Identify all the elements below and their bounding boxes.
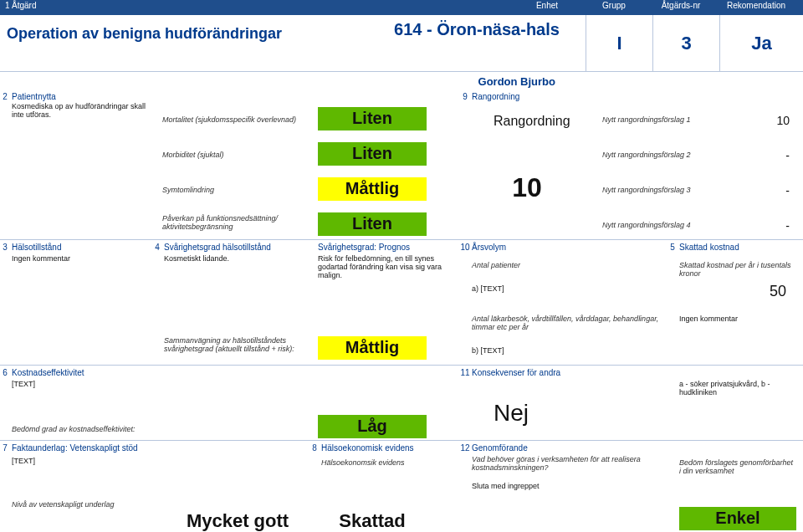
sec6-desc: [TEXT] xyxy=(12,380,35,388)
group-box: I xyxy=(586,15,652,71)
sk-val: 50 xyxy=(770,283,786,300)
r4v: - xyxy=(785,219,790,233)
sec10-num: 10 xyxy=(460,243,470,252)
sec4-num: 4 xyxy=(152,243,162,252)
konsek-r: a - söker privatsjukvård, b - hudklinike… xyxy=(679,380,796,396)
sec12-q: Vad behöver göras i verksamheten för att… xyxy=(472,455,656,472)
funk-label: Påverkan på funktionsnedsättning/ aktivi… xyxy=(162,214,313,231)
progn-title: Svårighetsgrad: Prognos xyxy=(318,243,410,252)
ant-pat: Antal patienter xyxy=(472,261,520,269)
rang-big: 10 xyxy=(485,172,569,203)
b-text: b) [TEXT] xyxy=(472,346,504,355)
lak-text: Antal läkarbesök, vårdtillfällen, vårdda… xyxy=(472,315,664,331)
r2v: - xyxy=(785,149,790,162)
header-col-grupp: Grupp xyxy=(581,1,647,10)
sec11-num: 11 xyxy=(460,368,470,377)
nej: Nej xyxy=(494,400,529,427)
header-col-nr: Åtgärds-nr xyxy=(647,1,714,10)
sec5-num: 5 xyxy=(667,243,678,252)
rang-label: Rangordning xyxy=(494,114,570,129)
symt-val: Måttlig xyxy=(318,177,427,201)
morb-val: Liten xyxy=(318,142,427,166)
morb-label: Morbiditet (sjuktal) xyxy=(162,151,313,159)
a-text: a) [TEXT] xyxy=(472,284,504,293)
niva: Nivå av vetenskapligt underlag xyxy=(12,500,115,509)
sk-label: Skattad kostnad per år i tusentals krono… xyxy=(679,261,796,278)
operation-title: Operation av benigna hudförändringar xyxy=(0,15,368,71)
ing-komm: Ingen kommentar xyxy=(679,315,738,323)
sec3-num: 3 xyxy=(0,243,10,252)
r2: Nytt rangordningsförslag 2 xyxy=(602,151,691,159)
r4: Nytt rangordningsförslag 4 xyxy=(602,221,691,229)
sec8-num: 8 xyxy=(309,443,320,453)
header-col-atgard: Åtgärd xyxy=(12,1,514,10)
nr-box: 3 xyxy=(652,15,719,71)
progn-desc: Risk för felbedömning, en till synes god… xyxy=(318,254,452,279)
r1v: 10 xyxy=(776,114,790,127)
bedomd: Bedömd grad av kostnadseffektivitet: xyxy=(12,425,136,433)
sec4-desc: Kosmetiskt lidande. xyxy=(164,254,229,263)
header-num: 1 xyxy=(5,1,12,10)
header-col-rek: Rekomendation xyxy=(714,1,798,10)
sec6-title: Kostnadseffektivitet xyxy=(12,368,84,377)
sec2-num: 2 xyxy=(0,92,10,101)
sec12-val: Enkel xyxy=(679,507,796,530)
mort-val: Liten xyxy=(318,107,427,130)
header-col-enhet: Enhet xyxy=(514,1,581,10)
mort-label: Mortalitet (sjukdomsspecifik överlevnad) xyxy=(162,115,313,124)
sec8-sub: Hälsoekonomsik evidens xyxy=(321,458,405,467)
r3: Nytt rangordningsförslag 3 xyxy=(602,186,691,194)
symt-label: Symtomlindring xyxy=(162,186,313,194)
header-bar: 1 Åtgärd Enhet Grupp Åtgärds-nr Rekomend… xyxy=(0,0,803,15)
sec5-title: Skattad kostnad xyxy=(679,243,739,252)
sec11-title: Konsekvenser för andra xyxy=(472,368,560,377)
sec9-title: Rangordning xyxy=(472,92,519,101)
ke-val: Låg xyxy=(318,415,427,438)
sec8-val: Skattad xyxy=(318,510,427,532)
sec10-title: Årsvolym xyxy=(472,243,506,252)
sec12-a: Sluta med ingreppet xyxy=(472,482,540,490)
r1: Nytt rangordningsförslag 1 xyxy=(602,115,691,124)
sec3-title: Hälsotillstånd xyxy=(12,243,61,252)
sec8-title: Hälsoekonomisk evidens xyxy=(321,443,414,453)
sec2-title: Patientnytta xyxy=(12,92,56,101)
sam-label: Sammanvägning av hälsotillståndets svåri… xyxy=(164,336,315,353)
rec-box: Ja xyxy=(719,15,803,71)
sec12-r: Bedöm förslagets genomförbarhet i din ve… xyxy=(679,458,796,475)
sec7-val: Mycket gott xyxy=(162,510,313,532)
sec3-desc: Ingen kommentar xyxy=(12,254,70,263)
sec7-title: Faktaunderlag: Vetenskapligt stöd xyxy=(12,443,138,453)
sec9-num: 9 xyxy=(460,92,470,101)
sam-val: Måttlig xyxy=(318,336,427,360)
sec7-num: 7 xyxy=(0,443,10,453)
sec4-title: Svårighetsgrad hälsotillstånd xyxy=(164,243,271,252)
sec6-num: 6 xyxy=(0,368,10,377)
sec7-d: [TEXT] xyxy=(12,457,35,465)
department: 614 - Öron-näsa-hals xyxy=(368,15,586,71)
sec2-desc: Kosmediska op av hudförändringar skall i… xyxy=(12,102,154,119)
funk-val: Liten xyxy=(318,212,427,236)
sec12-num: 12 xyxy=(460,443,470,453)
sec12-title: Genomförande xyxy=(472,443,528,453)
title-row: Operation av benigna hudförändringar 614… xyxy=(0,15,803,72)
r3v: - xyxy=(785,184,790,197)
